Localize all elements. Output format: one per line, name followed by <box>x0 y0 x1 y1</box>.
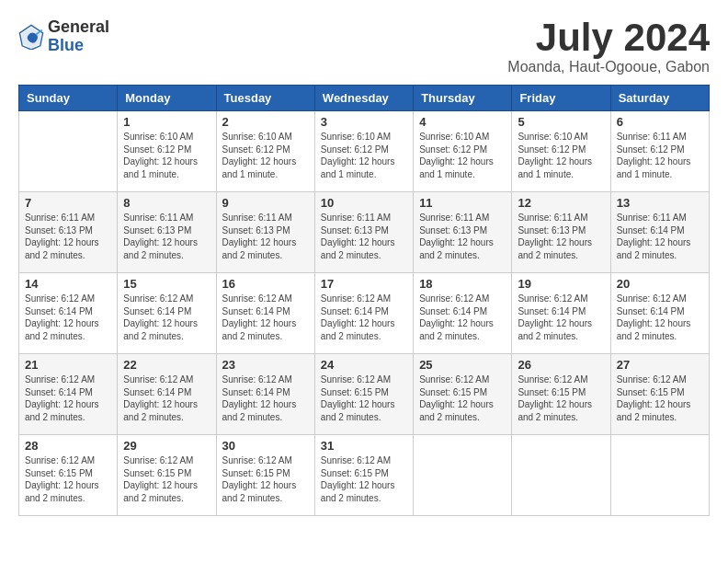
logo-general-text: General <box>48 18 109 37</box>
month-title: July 2024 <box>507 18 710 57</box>
weekday-header-thursday: Thursday <box>414 86 512 111</box>
day-number: 14 <box>25 277 111 291</box>
day-number: 20 <box>617 277 703 291</box>
day-info: Sunrise: 6:12 AM Sunset: 6:15 PM Dayligh… <box>222 454 309 504</box>
page-header: General Blue July 2024 Moanda, Haut-Ogoo… <box>18 18 710 75</box>
day-info: Sunrise: 6:11 AM Sunset: 6:13 PM Dayligh… <box>25 212 111 261</box>
day-info: Sunrise: 6:12 AM Sunset: 6:14 PM Dayligh… <box>222 293 309 342</box>
day-number: 23 <box>222 358 309 372</box>
calendar-cell: 21Sunrise: 6:12 AM Sunset: 6:14 PM Dayli… <box>19 354 118 435</box>
calendar-cell: 31Sunrise: 6:12 AM Sunset: 6:15 PM Dayli… <box>314 435 413 516</box>
calendar-cell: 5Sunrise: 6:10 AM Sunset: 6:12 PM Daylig… <box>512 111 610 192</box>
calendar-cell <box>19 111 118 192</box>
day-number: 17 <box>321 277 407 291</box>
day-info: Sunrise: 6:12 AM Sunset: 6:14 PM Dayligh… <box>222 373 309 423</box>
calendar-cell: 15Sunrise: 6:12 AM Sunset: 6:14 PM Dayli… <box>118 273 216 354</box>
calendar-cell: 18Sunrise: 6:12 AM Sunset: 6:14 PM Dayli… <box>414 273 512 354</box>
day-number: 16 <box>222 277 309 291</box>
weekday-header-friday: Friday <box>512 86 610 111</box>
day-info: Sunrise: 6:11 AM Sunset: 6:14 PM Dayligh… <box>617 212 703 261</box>
day-number: 13 <box>617 196 703 210</box>
logo-text: General Blue <box>48 18 109 55</box>
title-block: July 2024 Moanda, Haut-Ogooue, Gabon <box>507 18 710 75</box>
weekday-header-wednesday: Wednesday <box>314 86 413 111</box>
calendar-week-1: 1Sunrise: 6:10 AM Sunset: 6:12 PM Daylig… <box>19 111 710 192</box>
day-number: 10 <box>321 196 407 210</box>
day-number: 5 <box>518 115 604 129</box>
calendar-cell: 6Sunrise: 6:11 AM Sunset: 6:12 PM Daylig… <box>610 111 709 192</box>
day-info: Sunrise: 6:12 AM Sunset: 6:14 PM Dayligh… <box>25 373 111 423</box>
logo: General Blue <box>18 18 109 55</box>
calendar-cell: 26Sunrise: 6:12 AM Sunset: 6:15 PM Dayli… <box>512 354 610 435</box>
day-info: Sunrise: 6:12 AM Sunset: 6:15 PM Dayligh… <box>321 373 407 423</box>
day-info: Sunrise: 6:12 AM Sunset: 6:15 PM Dayligh… <box>25 454 111 504</box>
calendar-week-3: 14Sunrise: 6:12 AM Sunset: 6:14 PM Dayli… <box>19 273 710 354</box>
day-info: Sunrise: 6:11 AM Sunset: 6:13 PM Dayligh… <box>321 212 407 261</box>
day-info: Sunrise: 6:12 AM Sunset: 6:14 PM Dayligh… <box>321 293 407 342</box>
day-info: Sunrise: 6:12 AM Sunset: 6:14 PM Dayligh… <box>123 293 210 342</box>
day-info: Sunrise: 6:12 AM Sunset: 6:14 PM Dayligh… <box>25 293 111 342</box>
weekday-header-sunday: Sunday <box>19 86 118 111</box>
day-number: 6 <box>617 115 703 129</box>
day-number: 28 <box>25 439 111 453</box>
day-number: 25 <box>419 358 506 372</box>
calendar-week-5: 28Sunrise: 6:12 AM Sunset: 6:15 PM Dayli… <box>19 435 710 516</box>
day-info: Sunrise: 6:10 AM Sunset: 6:12 PM Dayligh… <box>321 131 407 180</box>
logo-blue-text: Blue <box>48 37 109 55</box>
day-info: Sunrise: 6:10 AM Sunset: 6:12 PM Dayligh… <box>419 131 506 180</box>
calendar-cell <box>512 435 610 516</box>
calendar-week-2: 7Sunrise: 6:11 AM Sunset: 6:13 PM Daylig… <box>19 192 710 273</box>
calendar-cell: 23Sunrise: 6:12 AM Sunset: 6:14 PM Dayli… <box>216 354 314 435</box>
day-number: 19 <box>518 277 604 291</box>
calendar-cell: 27Sunrise: 6:12 AM Sunset: 6:15 PM Dayli… <box>610 354 709 435</box>
day-info: Sunrise: 6:12 AM Sunset: 6:15 PM Dayligh… <box>321 454 407 504</box>
calendar-week-4: 21Sunrise: 6:12 AM Sunset: 6:14 PM Dayli… <box>19 354 710 435</box>
calendar-cell: 1Sunrise: 6:10 AM Sunset: 6:12 PM Daylig… <box>118 111 216 192</box>
calendar-cell: 2Sunrise: 6:10 AM Sunset: 6:12 PM Daylig… <box>216 111 314 192</box>
day-number: 29 <box>123 439 210 453</box>
calendar-cell <box>610 435 709 516</box>
day-number: 8 <box>123 196 210 210</box>
calendar-cell: 8Sunrise: 6:11 AM Sunset: 6:13 PM Daylig… <box>118 192 216 273</box>
calendar-cell: 19Sunrise: 6:12 AM Sunset: 6:14 PM Dayli… <box>512 273 610 354</box>
calendar-cell: 24Sunrise: 6:12 AM Sunset: 6:15 PM Dayli… <box>314 354 413 435</box>
day-number: 2 <box>222 115 309 129</box>
day-info: Sunrise: 6:12 AM Sunset: 6:15 PM Dayligh… <box>617 373 703 423</box>
calendar-cell: 17Sunrise: 6:12 AM Sunset: 6:14 PM Dayli… <box>314 273 413 354</box>
calendar-cell: 9Sunrise: 6:11 AM Sunset: 6:13 PM Daylig… <box>216 192 314 273</box>
day-info: Sunrise: 6:12 AM Sunset: 6:14 PM Dayligh… <box>518 293 604 342</box>
day-number: 3 <box>321 115 407 129</box>
day-number: 27 <box>617 358 703 372</box>
day-number: 18 <box>419 277 506 291</box>
logo-icon <box>18 24 44 50</box>
day-info: Sunrise: 6:12 AM Sunset: 6:14 PM Dayligh… <box>123 373 210 423</box>
day-number: 9 <box>222 196 309 210</box>
day-number: 26 <box>518 358 604 372</box>
calendar-cell: 16Sunrise: 6:12 AM Sunset: 6:14 PM Dayli… <box>216 273 314 354</box>
calendar-cell: 10Sunrise: 6:11 AM Sunset: 6:13 PM Dayli… <box>314 192 413 273</box>
day-info: Sunrise: 6:11 AM Sunset: 6:13 PM Dayligh… <box>123 212 210 261</box>
day-info: Sunrise: 6:11 AM Sunset: 6:13 PM Dayligh… <box>222 212 309 261</box>
calendar-cell: 13Sunrise: 6:11 AM Sunset: 6:14 PM Dayli… <box>610 192 709 273</box>
calendar-cell: 30Sunrise: 6:12 AM Sunset: 6:15 PM Dayli… <box>216 435 314 516</box>
day-number: 1 <box>123 115 210 129</box>
weekday-header-saturday: Saturday <box>610 86 709 111</box>
calendar-cell: 12Sunrise: 6:11 AM Sunset: 6:13 PM Dayli… <box>512 192 610 273</box>
day-info: Sunrise: 6:12 AM Sunset: 6:14 PM Dayligh… <box>617 293 703 342</box>
calendar-cell: 3Sunrise: 6:10 AM Sunset: 6:12 PM Daylig… <box>314 111 413 192</box>
day-info: Sunrise: 6:11 AM Sunset: 6:12 PM Dayligh… <box>617 131 703 180</box>
day-number: 22 <box>123 358 210 372</box>
calendar-cell: 14Sunrise: 6:12 AM Sunset: 6:14 PM Dayli… <box>19 273 118 354</box>
day-number: 4 <box>419 115 506 129</box>
day-number: 31 <box>321 439 407 453</box>
day-number: 12 <box>518 196 604 210</box>
day-number: 21 <box>25 358 111 372</box>
calendar-cell: 7Sunrise: 6:11 AM Sunset: 6:13 PM Daylig… <box>19 192 118 273</box>
calendar-cell: 4Sunrise: 6:10 AM Sunset: 6:12 PM Daylig… <box>414 111 512 192</box>
calendar-header-row: SundayMondayTuesdayWednesdayThursdayFrid… <box>19 86 710 111</box>
day-info: Sunrise: 6:10 AM Sunset: 6:12 PM Dayligh… <box>518 131 604 180</box>
calendar-cell: 22Sunrise: 6:12 AM Sunset: 6:14 PM Dayli… <box>118 354 216 435</box>
calendar-cell: 25Sunrise: 6:12 AM Sunset: 6:15 PM Dayli… <box>414 354 512 435</box>
calendar-cell: 29Sunrise: 6:12 AM Sunset: 6:15 PM Dayli… <box>118 435 216 516</box>
day-info: Sunrise: 6:12 AM Sunset: 6:14 PM Dayligh… <box>419 293 506 342</box>
